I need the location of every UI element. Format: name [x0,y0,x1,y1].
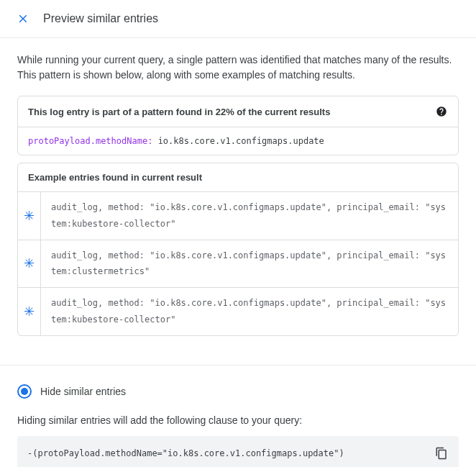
entry-marker-icon: ✳ [18,240,41,288]
entry-marker-icon: ✳ [18,288,41,335]
pattern-card: This log entry is part of a pattern foun… [17,96,459,155]
help-icon[interactable] [435,105,448,118]
pattern-key: protoPayload.methodName: [28,136,152,146]
radio-hide-similar[interactable]: Hide similar entries [17,380,459,403]
radio-checked-icon [17,384,32,399]
description-text: While running your current query, a sing… [17,53,459,83]
options-section: Hide similar entries Hiding similar entr… [0,366,476,467]
radio-label: Hide similar entries [40,386,126,397]
dialog-header: Preview similar entries [0,0,476,38]
pattern-header-text: This log entry is part of a pattern foun… [28,106,330,117]
entry-text: audit_log, method: "io.k8s.core.v1.confi… [41,192,458,240]
examples-card: Example entries found in current result … [17,163,459,336]
pattern-header: This log entry is part of a pattern foun… [18,96,458,127]
dialog-title: Preview similar entries [43,12,158,25]
content-section: While running your current query, a sing… [0,38,476,350]
pattern-value: io.k8s.core.v1.configmaps.update [158,136,324,146]
entry-marker-icon: ✳ [18,192,41,240]
table-row: ✳ audit_log, method: "io.k8s.core.v1.con… [18,192,458,240]
examples-header: Example entries found in current result [18,163,458,192]
hide-description: Hiding similar entries will add the foll… [17,414,459,426]
entry-text: audit_log, method: "io.k8s.core.v1.confi… [41,288,458,335]
pattern-body: protoPayload.methodName: io.k8s.core.v1.… [18,127,458,155]
query-clause-text: -(protoPayload.methodName="io.k8s.core.v… [27,448,344,458]
close-icon[interactable] [14,10,32,27]
table-row: ✳ audit_log, method: "io.k8s.core.v1.con… [18,288,458,335]
query-clause-box: -(protoPayload.methodName="io.k8s.core.v… [17,436,459,467]
entry-text: audit_log, method: "io.k8s.core.v1.confi… [41,240,458,288]
table-row: ✳ audit_log, method: "io.k8s.core.v1.con… [18,240,458,289]
copy-icon[interactable] [434,446,449,461]
